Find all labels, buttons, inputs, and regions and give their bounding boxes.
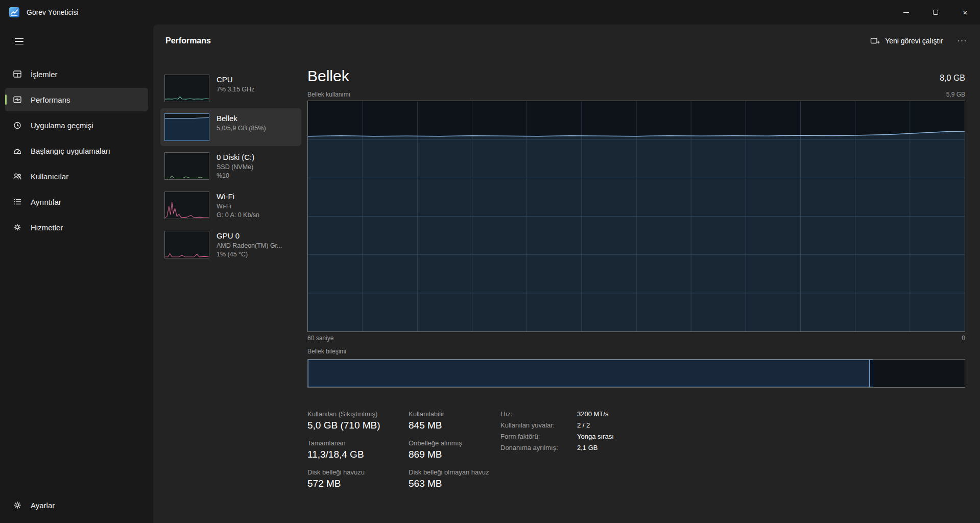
perf-item-name: CPU: [217, 75, 254, 84]
users-icon: [12, 171, 22, 181]
perf-item-stat: AMD Radeon(TM) Gr...: [217, 242, 282, 250]
time-end-label: 0: [962, 335, 965, 342]
perf-item-name: 0 Diski (C:): [217, 152, 254, 162]
memory-modified-segment: [870, 360, 873, 387]
sidebar-item-label: Uygulama geçmişi: [31, 121, 93, 130]
perf-item-stat2: G: 0 A: 0 Kb/sn: [217, 211, 259, 220]
sidebar-item-label: İşlemler: [31, 70, 58, 79]
close-icon: ×: [963, 9, 968, 16]
window-title: Görev Yöneticisi: [27, 8, 79, 16]
stat-cell: Kullanılan (Sıkıştırılmış) 5,0 GB (710 M…: [307, 410, 409, 431]
sidebar-item-label: Performans: [31, 96, 70, 104]
stat-cell: Disk belleği olmayan havuz 563 MB: [409, 468, 499, 489]
perf-item-gpu[interactable]: GPU 0 AMD Radeon(TM) Gr... 1% (45 °C): [160, 226, 301, 264]
sidebar-item-settings[interactable]: Ayarlar: [5, 493, 148, 517]
stat-cell: Kullanılabilir 845 MB: [409, 410, 499, 431]
sidebar-item-label: Hizmetler: [31, 223, 63, 232]
performance-icon: [12, 94, 22, 105]
perf-item-stat2: 1% (45 °C): [217, 250, 282, 259]
sidebar-item-performance[interactable]: Performans: [5, 88, 148, 111]
stat-cell: Tamamlanan 11,3/18,4 GB: [307, 439, 409, 460]
sidebar-item-label: Ayarlar: [31, 501, 55, 510]
task-manager-app-icon: [9, 7, 19, 17]
sidebar-item-services[interactable]: Hizmetler: [5, 216, 148, 239]
memory-total-capacity: 8,0 GB: [940, 74, 965, 86]
details-icon: [12, 197, 22, 207]
sidebar-item-label: Başlangıç uygulamaları: [31, 147, 110, 155]
perf-item-stat2: %10: [217, 172, 254, 180]
sidebar-item-label: Kullanıcılar: [31, 172, 68, 181]
gpu-mini-chart: [164, 231, 209, 258]
memory-usage-chart: [307, 101, 965, 332]
new-task-icon: [870, 36, 880, 46]
time-span-label: 60 saniye: [307, 335, 333, 342]
perf-item-wifi[interactable]: Wi-Fi Wi-Fi G: 0 A: 0 Kb/sn: [160, 186, 301, 225]
memory-stats-grid: Kullanılan (Sıkıştırılmış) 5,0 GB (710 M…: [307, 410, 499, 489]
processes-icon: [12, 69, 22, 79]
perf-item-stat: 7% 3,15 GHz: [217, 85, 254, 94]
sidebar-item-users[interactable]: Kullanıcılar: [5, 164, 148, 188]
memory-hardware-details: Hız: 3200 MT/s Kullanılan yuvalar: 2 / 2…: [500, 410, 614, 489]
perf-item-disk[interactable]: 0 Diski (C:) SSD (NVMe) %10: [160, 147, 301, 185]
memory-composition-bar: [307, 359, 965, 388]
services-icon: [12, 222, 22, 232]
startup-apps-icon: [12, 146, 22, 156]
navigation-sidebar: İşlemler Performans Uygulama geçmişi B: [0, 25, 153, 523]
memory-detail-panel: Bellek 8,0 GB Bellek kullanımı 5,9 GB: [301, 57, 980, 523]
sidebar-item-processes[interactable]: İşlemler: [5, 62, 148, 86]
memory-usage-chart-label: Bellek kullanımı: [307, 91, 350, 98]
selection-accent-pill: [5, 94, 7, 105]
perf-item-stat: SSD (NVMe): [217, 163, 254, 172]
perf-item-cpu[interactable]: CPU 7% 3,15 GHz: [160, 69, 301, 107]
memory-in-use-segment: [308, 360, 870, 387]
sidebar-item-app-history[interactable]: Uygulama geçmişi: [5, 113, 148, 137]
wifi-mini-chart: [164, 192, 209, 219]
memory-scale-max-label: 5,9 GB: [946, 91, 965, 98]
memory-mini-chart: [164, 113, 209, 141]
close-button[interactable]: ×: [950, 0, 980, 25]
run-new-task-button[interactable]: Yeni görevi çalıştır: [864, 32, 949, 50]
perf-item-memory[interactable]: Bellek 5,0/5,9 GB (85%): [160, 108, 301, 146]
stat-cell: Önbelleğe alınmış 869 MB: [409, 439, 499, 460]
memory-panel-title: Bellek: [307, 66, 349, 86]
sidebar-item-startup-apps[interactable]: Başlangıç uygulamaları: [5, 139, 148, 162]
memory-composition-label: Bellek bileşimi: [307, 348, 965, 355]
settings-gear-icon: [12, 500, 22, 510]
more-options-button[interactable]: ···: [952, 32, 972, 50]
main-content-card: Performans Yeni görevi çalıştır ···: [153, 25, 980, 523]
sidebar-item-label: Ayrıntılar: [31, 198, 61, 206]
minimize-icon: [903, 12, 909, 13]
disk-mini-chart: [164, 152, 209, 180]
perf-item-stat: 5,0/5,9 GB (85%): [217, 124, 266, 133]
hamburger-menu-button[interactable]: [8, 32, 31, 51]
cpu-mini-chart: [164, 75, 209, 102]
sidebar-item-details[interactable]: Ayrıntılar: [5, 190, 148, 213]
stat-cell: Disk belleği havuzu 572 MB: [307, 468, 409, 489]
app-history-icon: [12, 120, 22, 130]
minimize-button[interactable]: [891, 0, 921, 25]
maximize-button[interactable]: [921, 0, 950, 25]
perf-item-name: Bellek: [217, 113, 266, 123]
performance-resource-list: CPU 7% 3,15 GHz Bellek 5,0/5,9 GB (85%): [160, 57, 301, 523]
perf-item-stat: Wi-Fi: [217, 202, 259, 211]
perf-item-name: Wi-Fi: [217, 192, 259, 201]
perf-item-name: GPU 0: [217, 231, 282, 241]
title-bar: Görev Yöneticisi ×: [0, 0, 980, 25]
hamburger-icon: [15, 38, 23, 39]
page-title: Performans: [165, 36, 211, 45]
maximize-icon: [933, 10, 938, 15]
